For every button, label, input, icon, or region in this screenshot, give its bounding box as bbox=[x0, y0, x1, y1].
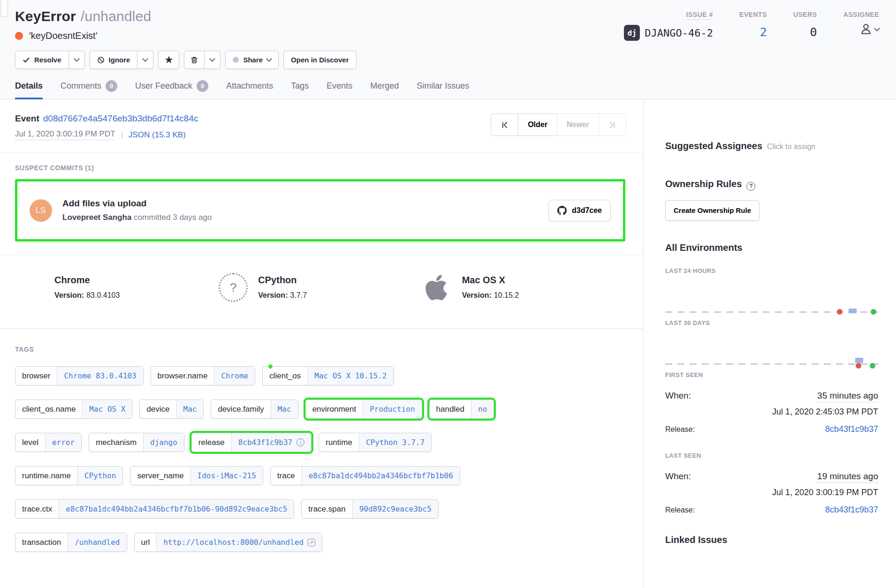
tags-heading: TAGS bbox=[15, 346, 626, 353]
tab[interactable]: User Feedback 0 bbox=[135, 80, 208, 99]
delete-dropdown-button[interactable] bbox=[205, 51, 220, 69]
question-mark-icon[interactable]: ? bbox=[746, 182, 755, 191]
first-seen-absolute: Jul 1, 2020 2:45:03 PM PDT bbox=[665, 407, 878, 417]
tag-value-link[interactable]: Mac bbox=[177, 400, 204, 418]
last-page-button[interactable] bbox=[599, 113, 626, 136]
last-seen-relative: 19 minutes ago bbox=[817, 471, 878, 483]
tag-value-link[interactable]: no bbox=[471, 400, 494, 418]
commit-author: Lovepreet Sangha bbox=[62, 213, 131, 222]
open-in-discover-button[interactable]: Open in Discover bbox=[283, 51, 356, 69]
suspect-commits-heading: SUSPECT COMMITS (1) bbox=[15, 164, 625, 172]
tag-pill: trace e8c87ba1dc494bb2a4346bcfbf7b1b06 bbox=[270, 466, 460, 485]
tab-label: Attachments bbox=[226, 81, 273, 91]
first-seen-relative: 35 minutes ago bbox=[817, 391, 878, 402]
event-id-link[interactable]: d08d7667e4a5476eb3b3db6d7f14c84c bbox=[43, 113, 198, 123]
tag-value-link[interactable]: CPython 3.7.7 bbox=[359, 433, 431, 452]
delete-button[interactable] bbox=[184, 51, 205, 69]
issue-header: KeyError/unhandled 'keyDoesntExist' ISSU… bbox=[0, 0, 896, 99]
last-24-hours-label: LAST 24 HOURS bbox=[665, 267, 878, 274]
commit-sha-button[interactable]: d3d7cee bbox=[548, 200, 611, 221]
resolve-button[interactable]: Resolve bbox=[15, 51, 69, 69]
issue-sidebar: Suggested Assignees Click to assign Owne… bbox=[644, 99, 896, 588]
tag-value-link[interactable]: Chrome bbox=[214, 367, 255, 385]
tab[interactable]: Merged bbox=[370, 80, 399, 99]
chevron-down-icon bbox=[74, 56, 80, 62]
last-seen-release-link[interactable]: 8cb43f1c9b37 bbox=[825, 505, 878, 515]
event-count-bar bbox=[855, 358, 863, 363]
tab[interactable]: Comments 0 bbox=[61, 80, 117, 99]
last-30-days-label: LAST 30 DAYS bbox=[665, 319, 878, 326]
tag-value-link[interactable]: Mac OS X 10.15.2 bbox=[308, 367, 393, 385]
tag-pill: client_os Mac OS X 10.15.2 bbox=[262, 366, 394, 385]
tag-value-link[interactable]: Mac OS X bbox=[83, 400, 132, 418]
tab-label: Similar Issues bbox=[417, 81, 469, 91]
ignore-button[interactable]: Ignore bbox=[90, 51, 138, 69]
users-count[interactable]: 0 bbox=[810, 25, 817, 39]
tag-value-link[interactable]: 8cb43f1c9b37 i bbox=[232, 433, 311, 452]
tag-key: browser.name bbox=[151, 367, 215, 385]
tag-value-link[interactable]: Production bbox=[363, 400, 421, 418]
assignee-dropdown[interactable] bbox=[843, 23, 879, 35]
tab[interactable]: Details bbox=[15, 80, 43, 99]
tab[interactable]: Tags bbox=[291, 80, 309, 99]
issue-number-label: ISSUE # bbox=[686, 11, 713, 20]
tab[interactable]: Events bbox=[327, 80, 352, 99]
tag-value-link[interactable]: django bbox=[144, 433, 184, 452]
tag-pill: device Mac bbox=[139, 400, 204, 419]
issue-type: KeyError bbox=[15, 8, 76, 24]
tag-key: runtime bbox=[319, 433, 359, 452]
event-json-link[interactable]: JSON (15.3 KB) bbox=[129, 130, 186, 140]
version-label: Version: bbox=[54, 291, 84, 299]
tag-key: trace bbox=[271, 467, 302, 485]
context-name: CPython bbox=[258, 275, 307, 286]
tag-value-link[interactable]: /unhandled bbox=[68, 533, 126, 551]
ignore-dropdown-button[interactable] bbox=[137, 51, 153, 69]
event-label: Event bbox=[15, 113, 39, 123]
share-button[interactable]: Share bbox=[225, 51, 279, 69]
tab-label: Events bbox=[327, 81, 352, 91]
tag-value-link[interactable]: http://localhost:8000/unhandled ↗ bbox=[157, 533, 322, 551]
bookmark-star-button[interactable]: ★ bbox=[158, 51, 179, 69]
tag-key: url bbox=[135, 533, 157, 551]
tag-value-link[interactable]: CPython bbox=[78, 467, 122, 485]
chevron-down-icon bbox=[143, 56, 149, 62]
info-icon[interactable]: i bbox=[296, 438, 304, 446]
tag-value-link[interactable]: e8c87ba1dc494bb2a4346bcfbf7b1b06 bbox=[302, 467, 460, 485]
tag-value-link[interactable]: Idos-iMac-215 bbox=[191, 467, 263, 485]
tag-pill: runtime CPython 3.7.7 bbox=[319, 433, 432, 452]
context-name: Mac OS X bbox=[462, 275, 519, 286]
newer-event-button[interactable]: Newer bbox=[557, 113, 599, 136]
suggested-assignees-heading: Suggested Assignees bbox=[665, 141, 762, 151]
tag-value-link[interactable]: Chrome 83.0.4103 bbox=[57, 367, 143, 385]
tab[interactable]: Similar Issues bbox=[417, 80, 469, 99]
last-seen-block: LAST SEEN When: 19 minutes ago Jul 1, 20… bbox=[665, 452, 878, 515]
tag-value-link[interactable]: e8c87ba1dc494bb2a4346bcfbf7b1b06-90d892c… bbox=[59, 500, 294, 518]
context-item: Mac OS X Version:10.15.2 bbox=[423, 273, 626, 328]
tag-value-link[interactable]: 90d892c9eace3bc5 bbox=[353, 500, 438, 518]
external-link-icon[interactable]: ↗ bbox=[308, 539, 315, 546]
tag-pill: client_os.name Mac OS X bbox=[15, 400, 132, 419]
resolve-dropdown-button[interactable] bbox=[69, 51, 85, 69]
tag-key: runtime.name bbox=[15, 467, 78, 485]
tag-value-link[interactable]: error bbox=[46, 433, 81, 452]
first-seen-release-link[interactable]: 8cb43f1c9b37 bbox=[825, 424, 878, 434]
create-ownership-rule-button[interactable]: Create Ownership Rule bbox=[665, 200, 759, 221]
tab[interactable]: Attachments bbox=[226, 80, 273, 99]
first-event-button[interactable] bbox=[491, 113, 518, 136]
share-dot-icon bbox=[233, 57, 239, 63]
tag-value-link[interactable]: Mac bbox=[271, 400, 298, 418]
tab-label: Comments bbox=[61, 81, 101, 91]
events-count[interactable]: 2 bbox=[760, 25, 767, 39]
first-seen-marker-dot bbox=[856, 363, 861, 369]
older-event-button[interactable]: Older bbox=[518, 113, 557, 136]
tag-pill: url http://localhost:8000/unhandled ↗ bbox=[134, 533, 323, 552]
sparkline-baseline bbox=[665, 363, 878, 365]
last-seen-heading: LAST SEEN bbox=[665, 452, 878, 459]
apple-icon bbox=[423, 273, 450, 302]
tag-pill: runtime.name CPython bbox=[15, 466, 123, 485]
first-seen-heading: FIRST SEEN bbox=[665, 371, 878, 378]
tag-key: mechanism bbox=[89, 433, 144, 452]
avatar: LS bbox=[30, 199, 52, 222]
chevron-down-icon bbox=[874, 25, 880, 31]
sparkline-30d bbox=[665, 326, 878, 371]
